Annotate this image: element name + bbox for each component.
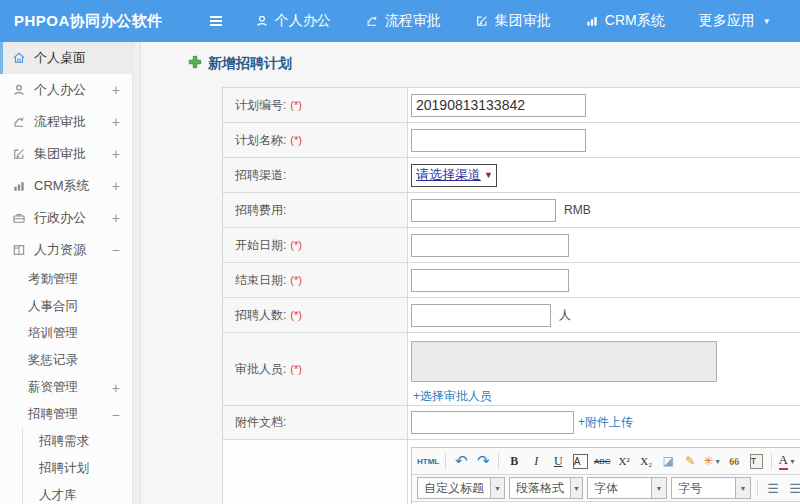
font-size-combo[interactable]: 字号▼ bbox=[671, 477, 751, 499]
blockquote-button[interactable]: 66 bbox=[724, 451, 744, 471]
sidebar-item-集团审批[interactable]: 集团审批+ bbox=[0, 138, 132, 170]
strikethrough-button[interactable]: ABC bbox=[592, 451, 612, 471]
expand-toggle-icon[interactable]: + bbox=[112, 83, 120, 97]
recruit-count-input[interactable] bbox=[411, 304, 551, 327]
sidebar-item-label: 薪资管理 bbox=[28, 379, 78, 396]
sidebar-item-个人办公[interactable]: 个人办公+ bbox=[0, 74, 132, 106]
format-brush-button[interactable]: ✎ bbox=[680, 451, 700, 471]
sidebar-item-label: 招聘需求 bbox=[39, 433, 89, 450]
caret-down-icon: ▼ bbox=[714, 458, 721, 465]
expand-toggle-icon[interactable]: + bbox=[112, 115, 120, 129]
rich-text-editor: HTML↶↷BIUAABCX²X₂◪✎✳▼66TA▼ab▼自定义标题▼段落格式▼… bbox=[411, 447, 800, 504]
paste-text-button[interactable]: T bbox=[746, 451, 766, 471]
sidebar-item-流程审批[interactable]: 流程审批+ bbox=[0, 106, 132, 138]
sidebar-item-考勤管理[interactable]: 考勤管理 bbox=[0, 266, 132, 293]
sidebar-item-label: 集团审批 bbox=[34, 145, 86, 163]
editor-toolbar-row2: 自定义标题▼段落格式▼字体▼字号▼☰☰☰☰∞ bbox=[412, 475, 800, 502]
form-row-end-date: 结束日期:(*) bbox=[223, 263, 800, 298]
required-marker: (*) bbox=[290, 239, 302, 251]
html-source-button[interactable]: HTML bbox=[416, 451, 440, 471]
sidebar-item-label: 个人桌面 bbox=[34, 49, 86, 67]
sidebar-item-薪资管理[interactable]: 薪资管理+ bbox=[0, 374, 132, 401]
required-marker: (*) bbox=[290, 274, 302, 286]
sidebar-item-label: 流程审批 bbox=[34, 113, 86, 131]
combo-label: 自定义标题 bbox=[418, 480, 490, 497]
approvers-textarea[interactable] bbox=[411, 341, 717, 382]
font-color-button[interactable]: A▼ bbox=[777, 451, 797, 471]
toolbar-separator bbox=[445, 453, 446, 469]
font-family-combo[interactable]: 字体▼ bbox=[587, 477, 667, 499]
sidebar-item-人事合同[interactable]: 人事合同 bbox=[0, 293, 132, 320]
sidebar-item-label: 人才库 bbox=[39, 487, 77, 504]
sidebar-item-人力资源[interactable]: 人力资源− bbox=[0, 234, 132, 266]
sidebar-item-招聘计划[interactable]: 招聘计划 bbox=[23, 455, 132, 482]
bold-icon: B bbox=[510, 454, 518, 469]
italic-button[interactable]: I bbox=[526, 451, 546, 471]
sidebar-item-label: 考勤管理 bbox=[28, 271, 78, 288]
justify-center-button[interactable]: ☰ bbox=[785, 478, 800, 498]
html-source-icon: HTML bbox=[417, 457, 439, 466]
field-label: 招聘渠道: bbox=[235, 167, 286, 184]
workflow-icon bbox=[365, 14, 379, 28]
topbar-item-CRM系统[interactable]: CRM系统 bbox=[585, 12, 665, 30]
sidebar-item-个人桌面[interactable]: 个人桌面 bbox=[0, 42, 132, 74]
sidebar-item-label: 人事合同 bbox=[28, 298, 78, 315]
form-label-end-date: 结束日期:(*) bbox=[223, 263, 408, 297]
sidebar-item-奖惩记录[interactable]: 奖惩记录 bbox=[0, 347, 132, 374]
remove-format-eraser-button[interactable]: ◪ bbox=[658, 451, 678, 471]
page-title: 新增招聘计划 bbox=[188, 55, 292, 73]
expand-toggle-icon[interactable]: − bbox=[112, 243, 120, 257]
attachment-upload-link[interactable]: +附件上传 bbox=[578, 414, 633, 431]
combo-label: 字体 bbox=[588, 480, 651, 497]
recruit-plan-form: 计划编号:(*)计划名称:(*)招聘渠道:请选择渠道▼招聘费用:RMB开始日期:… bbox=[222, 87, 800, 504]
plan-number-input[interactable] bbox=[411, 94, 586, 117]
redo-button[interactable]: ↷ bbox=[473, 451, 493, 471]
form-row-recruit-count: 招聘人数:(*)人 bbox=[223, 298, 800, 333]
start-date-input[interactable] bbox=[411, 234, 569, 257]
sidebar-item-label: 培训管理 bbox=[28, 325, 78, 342]
topbar-item-流程审批[interactable]: 流程审批 bbox=[365, 12, 441, 30]
expand-toggle-icon[interactable]: + bbox=[112, 179, 120, 193]
superscript-button[interactable]: X² bbox=[614, 451, 634, 471]
custom-title-combo[interactable]: 自定义标题▼ bbox=[417, 477, 505, 499]
paragraph-format-combo[interactable]: 段落格式▼ bbox=[509, 477, 583, 499]
sidebar-item-招聘管理[interactable]: 招聘管理− bbox=[0, 401, 132, 428]
form-row-recruit-channel: 招聘渠道:请选择渠道▼ bbox=[223, 158, 800, 193]
bold-button[interactable]: B bbox=[504, 451, 524, 471]
sidebar-item-招聘需求[interactable]: 招聘需求 bbox=[23, 428, 132, 455]
sidebar-scrollbar[interactable] bbox=[133, 42, 141, 504]
font-border-button[interactable]: A bbox=[570, 451, 590, 471]
recruit-cost-input[interactable] bbox=[411, 199, 556, 222]
expand-toggle-icon[interactable]: + bbox=[112, 381, 120, 395]
expand-toggle-icon[interactable]: − bbox=[112, 408, 120, 422]
sidebar-item-CRM系统[interactable]: CRM系统+ bbox=[0, 170, 132, 202]
approvers-picker-link[interactable]: +选择审批人员 bbox=[413, 388, 492, 405]
topbar-item-集团审批[interactable]: 集团审批 bbox=[475, 12, 551, 30]
form-row-content-editor: HTML↶↷BIUAABCX²X₂◪✎✳▼66TA▼ab▼自定义标题▼段落格式▼… bbox=[223, 440, 800, 504]
form-control-cell-attachment: +附件上传 bbox=[408, 406, 800, 439]
underline-button[interactable]: U bbox=[548, 451, 568, 471]
expand-toggle-icon[interactable]: + bbox=[112, 211, 120, 225]
form-control-cell-approvers: +选择审批人员 bbox=[408, 333, 800, 405]
undo-button[interactable]: ↶ bbox=[451, 451, 471, 471]
auto-typeset-wand-button[interactable]: ✳▼ bbox=[702, 451, 722, 471]
topbar-item-个人办公[interactable]: 个人办公 bbox=[255, 12, 331, 30]
form-label-recruit-channel: 招聘渠道: bbox=[223, 158, 408, 192]
recruit-channel-select[interactable]: 请选择渠道▼ bbox=[411, 164, 497, 187]
topbar-item-label: 集团审批 bbox=[495, 12, 551, 30]
plan-name-input[interactable] bbox=[411, 129, 586, 152]
topbar-item-更多应用[interactable]: 更多应用▼ bbox=[699, 12, 771, 30]
sidebar-item-人才库[interactable]: 人才库 bbox=[23, 482, 132, 504]
sidebar-item-行政办公[interactable]: 行政办公+ bbox=[0, 202, 132, 234]
end-date-input[interactable] bbox=[411, 269, 569, 292]
form-control-cell-recruit-channel: 请选择渠道▼ bbox=[408, 158, 800, 192]
hamburger-menu-icon[interactable] bbox=[203, 8, 229, 34]
attachment-input[interactable] bbox=[411, 411, 574, 434]
justify-left-button[interactable]: ☰ bbox=[763, 478, 783, 498]
subscript-button[interactable]: X₂ bbox=[636, 451, 656, 471]
required-marker: (*) bbox=[290, 99, 302, 111]
blockquote-icon: 66 bbox=[729, 456, 739, 467]
expand-toggle-icon[interactable]: + bbox=[112, 147, 120, 161]
sidebar-item-培训管理[interactable]: 培训管理 bbox=[0, 320, 132, 347]
briefcase-icon bbox=[12, 211, 26, 225]
